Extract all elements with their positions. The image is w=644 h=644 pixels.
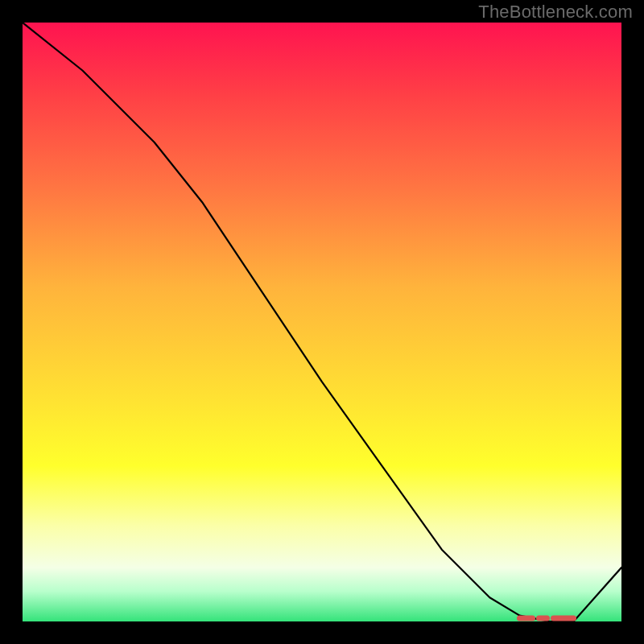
plot-area [23, 23, 621, 621]
chart-frame: TheBottleneck.com [0, 0, 644, 644]
chart-svg [23, 23, 621, 621]
watermark-text: TheBottleneck.com [478, 2, 633, 23]
series-curve [23, 23, 621, 621]
